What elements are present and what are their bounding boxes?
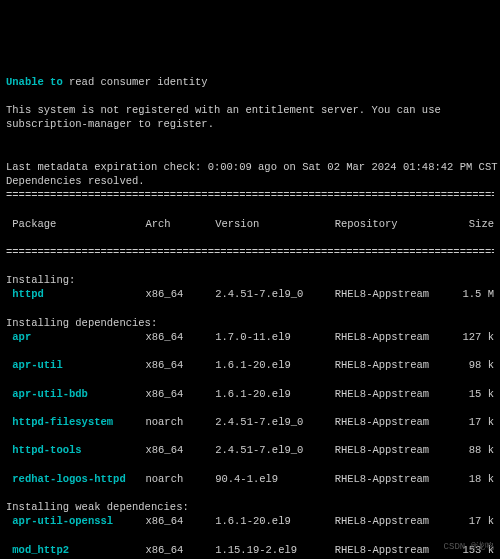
hr: ========================================… xyxy=(6,188,494,202)
error-prefix: Unable to xyxy=(6,76,63,88)
col-repo: Repository xyxy=(335,217,457,231)
pkg-name: httpd xyxy=(6,287,145,301)
register-msg: This system is not registered with an en… xyxy=(6,103,494,131)
table-row: apr-utilx86_641.6.1-20.el9RHEL8-Appstrea… xyxy=(6,358,494,372)
col-arch: Arch xyxy=(145,217,215,231)
col-version: Version xyxy=(215,217,335,231)
table-row: redhat-logos-httpdnoarch90.4-1.el9RHEL8-… xyxy=(6,472,494,486)
metadata-line: Last metadata expiration check: 0:00:09 … xyxy=(6,161,500,173)
table-row: aprx86_641.7.0-11.el9RHEL8-Appstream127 … xyxy=(6,330,494,344)
section-installing: Installing: xyxy=(6,274,75,286)
col-headers: PackageArchVersionRepositorySize xyxy=(6,217,494,231)
hr: ========================================… xyxy=(6,245,494,259)
col-package: Package xyxy=(6,217,145,231)
table-row: apr-util-opensslx86_641.6.1-20.el9RHEL8-… xyxy=(6,514,494,528)
error-text: read consumer identity xyxy=(63,76,208,88)
table-row: httpdx86_642.4.51-7.el9_0RHEL8-Appstream… xyxy=(6,287,494,301)
table-row: httpd-filesystemnoarch2.4.51-7.el9_0RHEL… xyxy=(6,415,494,429)
section-weak: Installing weak dependencies: xyxy=(6,501,189,513)
col-size: Size xyxy=(456,217,494,231)
table-row: apr-util-bdbx86_641.6.1-20.el9RHEL8-Apps… xyxy=(6,387,494,401)
watermark: CSDN @泷鸣 xyxy=(444,541,494,553)
table-row: httpd-toolsx86_642.4.51-7.el9_0RHEL8-App… xyxy=(6,443,494,457)
deps-resolved: Dependencies resolved. xyxy=(6,175,145,187)
section-deps: Installing dependencies: xyxy=(6,317,157,329)
terminal-output: Unable to read consumer identity This sy… xyxy=(6,61,494,559)
table-row: mod_http2x86_641.15.19-2.el9RHEL8-Appstr… xyxy=(6,543,494,557)
